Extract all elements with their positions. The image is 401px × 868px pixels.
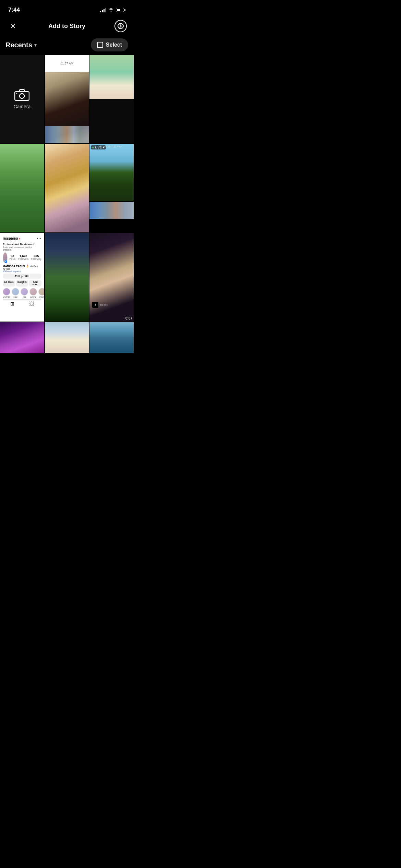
svg-rect-1 [15,92,29,100]
select-label: Select [106,42,122,48]
trees-photo[interactable] [0,144,44,232]
ig-highlights: urs truly eatz fun writing miami [3,288,41,298]
dark-photo[interactable] [89,99,134,143]
chevron-down-icon: ▾ [34,43,37,48]
recents-label: Recents [5,41,32,49]
toolbar: Recents ▾ Select [0,36,134,55]
filmstrip-photo[interactable] [89,202,134,232]
concert-photo[interactable] [0,322,44,353]
header: × Add to Story [0,17,134,36]
selfie-photo[interactable] [89,55,134,99]
cat-photo[interactable]: 11:37 AM [45,55,89,143]
select-button[interactable]: Select [91,38,128,51]
signal-icon [100,8,106,12]
ig-pro-sub: Tools and resources just for creators. [3,246,41,251]
ig-insights[interactable]: Insights [16,280,28,287]
ig-link: linktr.ee/rissparisi [3,270,41,273]
ig-ad-tools[interactable]: Ad tools [3,280,15,287]
ig-highlight-fun[interactable]: fun [21,288,28,298]
svg-point-4 [16,93,17,94]
camera-label: Camera [13,104,31,109]
battery-icon [116,8,125,12]
ig-bio: ny | dc [3,268,41,270]
page-title: Add to Story [48,23,85,30]
status-bar: 7:44 [0,0,134,17]
photo-grid: Camera 11:37 AM [0,55,134,353]
select-icon [97,42,103,48]
ig-username: rissparisi ● [3,237,21,240]
tiktok-video[interactable]: ♪ TikTok 0:07 [89,233,134,322]
close-button[interactable]: × [7,20,19,32]
svg-point-0 [120,25,121,27]
ig-highlight-urstruly[interactable]: urs truly [3,288,10,298]
settings-button[interactable] [114,20,127,32]
ig-name: MARISSA PARISI 🎖️ she/her [3,265,41,268]
ig-stats: 93 Posts 1,628 Followers 965 Following [10,254,41,260]
status-icons [100,7,125,13]
camera-icon [14,89,29,101]
instagram-screenshot[interactable]: rissparisi ● ··· Professional Dashboard … [0,233,44,322]
video-duration: 0:07 [125,316,132,320]
ig-highlight-writing[interactable]: writing [29,288,37,298]
ig-add-shop[interactable]: Add shop [29,280,41,287]
ig-pro-dash: Professional Dashboard [3,243,41,246]
woman-white-photo[interactable] [45,322,89,353]
svg-point-2 [20,94,24,98]
soccer-photo[interactable] [45,233,89,322]
wifi-icon [108,7,114,13]
gear-icon [118,23,123,29]
recents-dropdown[interactable]: Recents ▾ [5,41,37,49]
ig-highlight-miami[interactable]: miami [38,288,44,298]
ig-action-buttons: Ad tools Insights Add shop [3,280,41,287]
ig-edit-profile[interactable]: Edit profile [3,274,41,279]
camera-cell[interactable]: Camera [0,55,44,143]
baseball-photo[interactable]: LIVE ▾ July 28 7:21 PM [89,144,134,201]
ig-highlight-eatz[interactable]: eatz [12,288,19,298]
lake-photo[interactable] [89,322,134,353]
status-time: 7:44 [8,7,20,13]
icecream-photo[interactable] [45,144,89,232]
